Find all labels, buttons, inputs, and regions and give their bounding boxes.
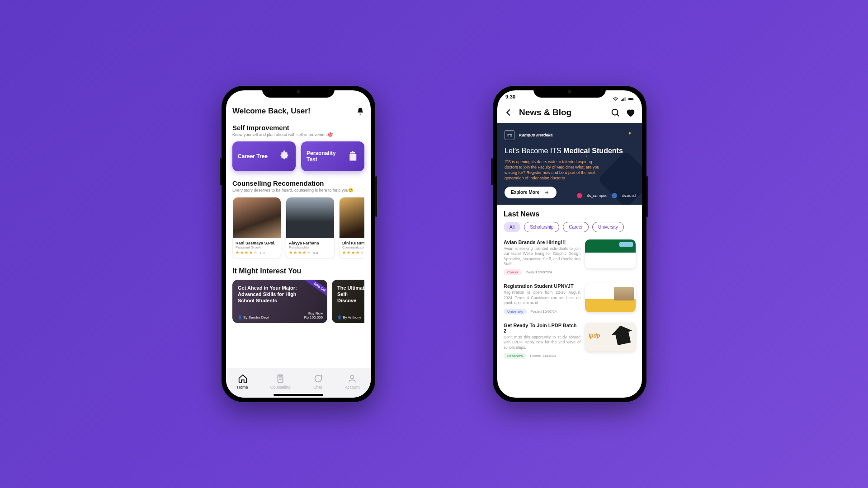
category-pill: Beasiswa xyxy=(504,353,526,359)
notch xyxy=(262,86,335,98)
bell-icon[interactable] xyxy=(356,107,364,115)
page-header: News & Blog xyxy=(497,104,642,123)
course-card[interactable]: 50% Off Get Ahead in Your Major: Advance… xyxy=(232,280,327,323)
rating-stars: ★★★★★ 4.8 xyxy=(289,251,331,255)
posted-date: Posted 10/07/24 xyxy=(530,310,557,314)
category-pill: Career xyxy=(504,269,522,275)
career-tree-tile[interactable]: Career Tree xyxy=(232,141,296,171)
tab-counseling[interactable]: Counseling xyxy=(270,374,291,389)
hero-socials: its_campus its.ac.id xyxy=(577,193,636,198)
counsellor-tag: Relationship xyxy=(289,245,331,249)
interest-section: It Might Interest You 50% Off Get Ahead … xyxy=(232,267,364,323)
svg-point-2 xyxy=(612,109,618,115)
counsellor-tag: Personal Growth xyxy=(236,245,278,249)
news-desc: Don't miss this opportunity to study abr… xyxy=(504,335,580,350)
filter-chips: All Scholarship Career University xyxy=(504,222,636,232)
news-item[interactable]: Avian Brands Are Hiring!!! Avian is seek… xyxy=(504,238,636,282)
avatar xyxy=(233,197,281,238)
clipboard-icon xyxy=(275,374,285,384)
news-desc: Avian is seeking talented individuals to… xyxy=(504,246,580,267)
chip-career[interactable]: Career xyxy=(563,222,589,232)
notch xyxy=(533,86,606,98)
instagram-handle: its_campus xyxy=(587,193,608,198)
tab-bar: Home Counseling Chat Account xyxy=(226,368,371,398)
chat-icon xyxy=(313,374,323,384)
puzzle-icon xyxy=(278,150,290,162)
battery-icon xyxy=(628,96,634,102)
news-item[interactable]: Get Ready To Join LPDP Batch 2 Don't mis… xyxy=(504,321,636,365)
phone-home: Welcome Back, User! Self Improvement Kno… xyxy=(222,86,375,402)
chip-all[interactable]: All xyxy=(504,222,520,232)
arrow-right-icon xyxy=(543,190,550,195)
news-title: Get Ready To Join LPDP Batch 2 xyxy=(504,323,580,333)
course-price: Buy Now Rp 100.000 xyxy=(304,311,323,319)
tab-account[interactable]: Account xyxy=(345,374,360,389)
rating-stars: ★★★★★ 4.8 xyxy=(236,251,278,255)
instagram-icon[interactable] xyxy=(577,193,582,198)
clipboard-icon xyxy=(347,150,359,162)
home-icon xyxy=(238,374,248,384)
hero-title: Let's Become ITS Medical Students xyxy=(505,146,635,155)
self-subtitle: Know yourself and plan ahead with self-i… xyxy=(232,132,364,137)
counsellor-name: Rani Sasmaya S.Psi. xyxy=(236,241,278,245)
news-desc: Registration is open from 22-26 August 2… xyxy=(504,290,580,305)
counsellor-card[interactable]: Dini Kusuma Communication ★★★★★ xyxy=(339,197,364,259)
news-thumbnail xyxy=(585,283,636,312)
home-indicator xyxy=(274,394,323,396)
svg-point-1 xyxy=(350,375,354,379)
counsel-subtitle: Every story deserves to be heard, counse… xyxy=(232,188,364,192)
counsellor-name: Dini Kusuma xyxy=(342,241,364,245)
course-author: 👤 By Sandra Dewi xyxy=(238,315,269,319)
wifi-icon xyxy=(613,96,618,102)
phone-news: 9:30 News & Blog ✦ ✦ ITS Kampus Merdeka xyxy=(493,86,646,402)
kampus-merdeka-logo: Kampus Merdeka xyxy=(519,133,553,137)
news-title: Registration Student UPNVJT xyxy=(504,283,580,289)
course-author: 👤 By Anthony xyxy=(337,315,361,319)
posted-date: Posted 30/07/24 xyxy=(525,270,552,274)
interest-title: It Might Interest You xyxy=(232,267,364,275)
personality-test-label: Personality Test xyxy=(307,150,347,163)
search-icon[interactable] xyxy=(610,108,620,117)
counsellor-tag: Communication xyxy=(342,245,364,249)
discount-ribbon: 50% Off xyxy=(303,280,327,300)
user-icon xyxy=(347,374,357,384)
hero-body: ITS is opening its doors wide to talente… xyxy=(505,159,599,181)
counsellor-card[interactable]: Rani Sasmaya S.Psi. Personal Growth ★★★★… xyxy=(232,197,281,259)
chip-university[interactable]: University xyxy=(592,222,624,232)
tab-home[interactable]: Home xyxy=(237,374,248,389)
sparkle-icon: ✦ xyxy=(585,155,588,158)
counsel-title: Counselling Recomendation xyxy=(232,179,364,187)
clock: 9:30 xyxy=(505,94,515,104)
welcome-text: Welcome Back, User! xyxy=(232,107,311,116)
hero-logos: ITS Kampus Merdeka xyxy=(505,130,635,140)
avatar xyxy=(340,197,364,238)
course-title: Get Ahead in Your Major: Advanced Skills… xyxy=(238,285,301,304)
its-logo: ITS xyxy=(505,130,514,140)
self-improvement-section: Self Improvement Know yourself and plan … xyxy=(232,124,364,171)
explore-more-button[interactable]: Explore More xyxy=(505,187,557,198)
rating-stars: ★★★★★ xyxy=(342,251,364,255)
page-title: News & Blog xyxy=(519,108,571,117)
chip-scholarship[interactable]: Scholarship xyxy=(524,222,559,232)
last-news-title: Last News xyxy=(504,210,636,218)
news-thumbnail xyxy=(585,323,636,352)
posted-date: Posted 11/06/24 xyxy=(530,354,556,358)
counsellor-name: Alayya Farhana xyxy=(289,241,331,245)
tab-chat[interactable]: Chat xyxy=(313,374,323,389)
counsellor-card[interactable]: Alayya Farhana Relationship ★★★★★ 4.8 xyxy=(286,197,335,259)
news-thumbnail xyxy=(585,239,636,268)
news-title: Avian Brands Are Hiring!!! xyxy=(504,239,580,245)
heart-icon[interactable] xyxy=(626,108,636,117)
back-icon[interactable] xyxy=(504,108,514,117)
course-title: The Ultimate Self-Discove xyxy=(337,285,364,304)
course-card[interactable]: The Ultimate Self-Discove 👤 By Anthony xyxy=(332,280,364,323)
signal-icon xyxy=(620,96,626,102)
website-url: its.ac.id xyxy=(622,193,636,198)
personality-test-tile[interactable]: Personality Test xyxy=(301,141,364,171)
globe-icon[interactable] xyxy=(612,193,617,198)
topbar: Welcome Back, User! xyxy=(232,107,364,116)
avatar xyxy=(286,197,334,238)
self-title: Self Improvement xyxy=(232,124,364,131)
category-pill: University xyxy=(504,309,527,314)
news-item[interactable]: Registration Student UPNVJT Registration… xyxy=(504,282,636,320)
